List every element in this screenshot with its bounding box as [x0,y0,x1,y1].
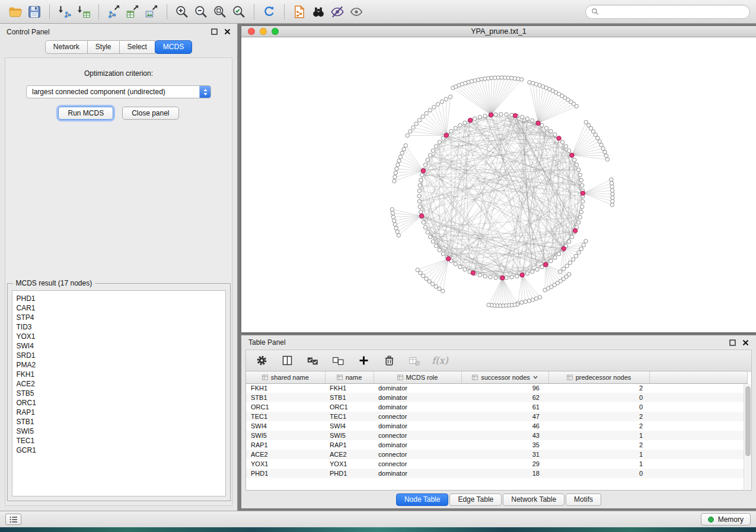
tab-select[interactable]: Select [119,40,155,54]
node-table-cell: 1 [548,459,649,469]
mcds-result-node[interactable]: SWI5 [17,427,225,436]
node-table-row[interactable]: SWI5SWI5connector431 [246,431,748,440]
close-panel-icon[interactable] [224,28,231,35]
node-table-row[interactable]: RAP1RAP1dominator352 [246,440,748,450]
column-header-mcds-role[interactable]: MCDS role [374,371,461,383]
export-image-button[interactable] [142,2,161,21]
export-image-icon [144,4,160,20]
criterion-dropdown[interactable]: largest connected component (undirected) [26,85,211,98]
mcds-result-list[interactable]: PHD1CAR1STP4TID3YOX1SWI4SRD1PMA2FKH1ACE2… [12,290,226,496]
network-view[interactable] [241,37,756,332]
table-scrollbar-thumb[interactable] [745,386,751,456]
zoom-out-button[interactable] [192,2,210,21]
zoom-selected-button[interactable] [229,2,248,21]
mcds-result-node[interactable]: CAR1 [17,303,225,313]
select-all-icon [306,354,319,367]
select-all-button[interactable] [305,354,320,368]
network-canvas[interactable] [241,37,756,332]
column-header-shared-name[interactable]: shared name [246,371,325,383]
node-table-row[interactable]: STB1STB1dominator620 [246,393,748,402]
network-search-button[interactable] [309,2,328,21]
export-network-button[interactable] [104,2,123,21]
node-table: shared name name MCDS [246,371,748,478]
float-panel-icon[interactable] [729,339,736,346]
mcds-result-node[interactable]: ORC1 [17,398,225,408]
node-table-row[interactable]: PHD1PHD1dominator180 [246,469,748,478]
minimize-window-icon[interactable] [260,28,267,35]
memory-button[interactable]: Memory [701,513,751,525]
node-table-container: shared name name MCDS [245,371,752,491]
table-panel-title: Table Panel [248,338,286,347]
mcds-result-node[interactable]: TID3 [17,322,225,332]
mcds-result-node[interactable]: RAP1 [17,408,225,417]
global-search-field[interactable] [585,5,750,19]
save-session-button[interactable] [25,2,44,21]
mcds-result-node[interactable]: TEC1 [17,436,225,446]
tab-style[interactable]: Style [87,40,120,54]
node-table-row[interactable]: TEC1TEC1connector472 [246,412,748,421]
mcds-result-node[interactable]: SRD1 [17,351,225,360]
close-panel-button[interactable]: Close panel [122,107,178,120]
deselect-all-button[interactable] [331,354,345,368]
node-table-row[interactable]: FKH1FKH1dominator962 [246,383,748,393]
zoom-fit-icon [212,4,228,20]
close-panel-icon[interactable] [742,339,749,346]
maximize-window-icon[interactable] [272,28,279,35]
mcds-result-node[interactable]: STB5 [17,389,225,398]
mcds-result-node[interactable]: STP4 [17,313,225,322]
node-table-cell: dominator [374,402,461,412]
table-settings-button[interactable] [254,354,269,368]
export-table-button[interactable] [123,2,142,21]
column-header-successor-nodes[interactable]: successor nodes [461,371,548,383]
tab-mcds[interactable]: MCDS [155,40,192,54]
float-panel-icon[interactable] [211,28,218,35]
node-table-row[interactable]: SWI4SWI4dominator462 [246,421,748,431]
hide-selection-button[interactable] [328,2,347,21]
zoom-fit-button[interactable] [210,2,229,21]
column-header-filler [649,371,748,383]
tab-network-table[interactable]: Network Table [503,493,564,506]
tab-edge-table[interactable]: Edge Table [449,493,502,506]
mcds-result-node[interactable]: PMA2 [17,360,225,370]
node-table-cell: RAP1 [246,440,325,450]
mcds-result-node[interactable]: PHD1 [17,294,225,303]
open-session-button[interactable] [6,2,25,21]
import-network-button[interactable] [55,2,74,21]
column-header-predecessor-nodes[interactable]: predecessor nodes [548,371,649,383]
node-table-row[interactable]: ACE2ACE2connector311 [246,450,748,459]
network-window-titlebar[interactable]: YPA_prune.txt_1 [241,26,756,37]
toolbar-separator [49,4,50,20]
refresh-button[interactable] [260,2,279,21]
mcds-result-node[interactable]: YOX1 [17,332,225,341]
node-table-row[interactable]: YOX1YOX1connector291 [246,459,748,469]
tab-node-table[interactable]: Node Table [396,493,449,506]
delete-column-button[interactable] [382,354,396,368]
mcds-result-node[interactable]: ACE2 [17,379,225,389]
zoom-out-icon [193,4,209,20]
mcds-result-title: MCDS result (17 nodes) [13,279,95,287]
mcds-result-node[interactable]: STB1 [17,417,225,427]
mcds-result-node[interactable]: GCR1 [17,446,225,455]
node-table-cell [649,440,748,450]
table-scrollbar[interactable] [744,384,751,489]
show-selection-button[interactable] [347,2,366,21]
mcds-result-node[interactable]: SWI4 [17,341,225,351]
tab-network[interactable]: Network [45,40,88,54]
node-table-cell: ACE2 [246,450,325,459]
show-columns-button[interactable] [280,354,294,368]
mcds-result-node[interactable]: FKH1 [17,370,225,379]
tab-motifs[interactable]: Motifs [566,493,601,506]
import-table-button[interactable] [74,2,93,21]
function-builder-icon: f(x) [432,355,448,366]
status-menu-button[interactable] [5,514,21,525]
column-header-name[interactable]: name [325,371,374,383]
search-input[interactable] [602,8,744,16]
add-column-button[interactable] [356,354,371,368]
import-network-icon [57,4,72,20]
node-table-cell: connector [374,459,461,469]
zoom-in-button[interactable] [173,2,192,21]
close-window-icon[interactable] [248,28,255,35]
run-mcds-button[interactable]: Run MCDS [58,107,113,120]
share-document-button[interactable] [290,2,309,21]
node-table-row[interactable]: ORC1ORC1dominator610 [246,402,748,412]
